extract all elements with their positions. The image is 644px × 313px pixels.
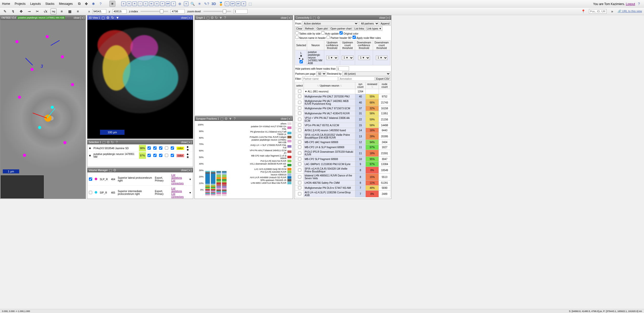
tag-icon[interactable]: tag bbox=[51, 8, 57, 14]
conn-gear-icon[interactable]: ⚙ bbox=[317, 15, 320, 15]
r2-tool-icon[interactable]: R bbox=[132, 2, 137, 6]
cube-icon[interactable]: ⬚ bbox=[247, 1, 253, 7]
filter-icon[interactable]: ▼ bbox=[116, 15, 119, 15]
tracing-tool-icon[interactable]: ✳ bbox=[109, 1, 115, 7]
connector-icon[interactable]: ⊸ bbox=[26, 8, 32, 14]
skeleton-icon[interactable]: ↯ bbox=[10, 8, 16, 14]
graph-window-icon[interactable]: ▢ bbox=[206, 15, 209, 15]
menu-home[interactable]: Home bbox=[2, 2, 10, 6]
y-input[interactable] bbox=[113, 9, 127, 14]
graph-filter-icon[interactable]: ▼ bbox=[219, 15, 222, 15]
r-tool-icon[interactable]: R bbox=[127, 2, 131, 6]
user-info: You are Tom Kazimiers. Logout ? bbox=[593, 1, 642, 7]
trace-icon[interactable]: ✎ bbox=[2, 8, 8, 14]
e-tool-icon[interactable]: E bbox=[241, 2, 246, 6]
p-tool-icon[interactable]: P bbox=[160, 2, 165, 6]
mp-tool-icon[interactable]: MP bbox=[166, 2, 170, 6]
z-input[interactable] bbox=[171, 9, 185, 14]
menu-messages[interactable]: Messages bbox=[59, 2, 73, 6]
settings-icon[interactable]: ⚙ bbox=[106, 15, 110, 15]
t-tool-icon[interactable]: T bbox=[171, 2, 176, 6]
s2-tool-icon[interactable]: S bbox=[184, 2, 188, 6]
new-window-icon[interactable]: ⧉ bbox=[76, 1, 82, 7]
menu-projects[interactable]: Projects bbox=[15, 2, 26, 6]
z-slider[interactable] bbox=[140, 11, 168, 12]
url-to-view-link[interactable]: 🔗 URL to this view bbox=[618, 10, 642, 13]
cut-icon[interactable]: ✂ bbox=[34, 8, 40, 14]
paint-icon[interactable]: ✎? bbox=[204, 1, 210, 7]
g-tool-icon[interactable]: G bbox=[155, 2, 159, 6]
conn-window-icon[interactable]: ▢ bbox=[313, 15, 316, 15]
3d-icon[interactable]: 3D bbox=[211, 1, 217, 7]
x-input[interactable] bbox=[92, 9, 106, 14]
help-icon[interactable]: ? bbox=[97, 1, 104, 7]
gear-icon[interactable]: ✱ bbox=[90, 1, 96, 7]
bars-icon[interactable]: ≡ bbox=[59, 8, 65, 14]
menu-links: Home Projects Layouts Stacks Messages bbox=[2, 2, 73, 6]
crosshair-icon[interactable]: ✥ bbox=[83, 1, 89, 7]
menu-layouts[interactable]: Layouts bbox=[30, 2, 41, 6]
zoom-input[interactable] bbox=[234, 9, 247, 14]
ruler-icon[interactable]: ▦ bbox=[67, 8, 73, 14]
medal-icon[interactable]: 🏅 bbox=[218, 1, 224, 7]
sqrt-icon[interactable]: √x bbox=[42, 8, 48, 14]
logout-link[interactable]: Logout bbox=[626, 2, 635, 6]
l-tool-icon[interactable]: L bbox=[225, 2, 229, 6]
refresh-3d-icon[interactable]: ↻ bbox=[111, 15, 114, 15]
venn-icon[interactable]: ⊕ bbox=[177, 1, 183, 7]
move-icon[interactable]: ✥ bbox=[18, 8, 24, 14]
zoom-slider[interactable] bbox=[203, 11, 231, 12]
menu-stacks[interactable]: Stacks bbox=[45, 2, 54, 6]
main-menubar: Home Projects Layouts Stacks Messages ⧉ … bbox=[0, 0, 644, 8]
s-tool-icon[interactable]: S bbox=[121, 2, 126, 6]
list-icon[interactable]: ≡ bbox=[75, 8, 81, 14]
user-help-icon[interactable]: ? bbox=[636, 1, 642, 7]
graph-reload-icon[interactable]: ↻ bbox=[215, 15, 218, 15]
graph-help-icon[interactable]: ? bbox=[224, 15, 227, 15]
go-icon[interactable]: » bbox=[609, 8, 615, 14]
location-icon[interactable]: 📍 bbox=[580, 8, 586, 14]
window-icon[interactable]: ▢ bbox=[101, 15, 105, 15]
x-label: x bbox=[88, 10, 90, 13]
sp-tool-icon[interactable]: SP bbox=[230, 2, 235, 6]
compass-icon[interactable]: ✳ bbox=[196, 1, 203, 7]
c-tool-icon[interactable]: C bbox=[143, 2, 148, 6]
position-input[interactable] bbox=[589, 9, 607, 14]
graph-gear-icon[interactable]: ⚙ bbox=[211, 15, 214, 15]
z-label: z-index bbox=[129, 10, 138, 13]
zoom-label: zoom-level bbox=[187, 10, 201, 13]
m-tool-icon[interactable]: M bbox=[149, 2, 154, 6]
sf-tool-icon[interactable]: SF bbox=[236, 2, 240, 6]
coordinate-bar: ✎ ↯ ✥ ⊸ ✂ √x tag ≡ ▦ ≡ x y z-index zoom-… bbox=[0, 8, 644, 15]
y-label: y bbox=[109, 10, 110, 13]
i-tool-icon[interactable]: I bbox=[138, 2, 142, 6]
search-icon[interactable]: 🔍 bbox=[189, 1, 195, 7]
